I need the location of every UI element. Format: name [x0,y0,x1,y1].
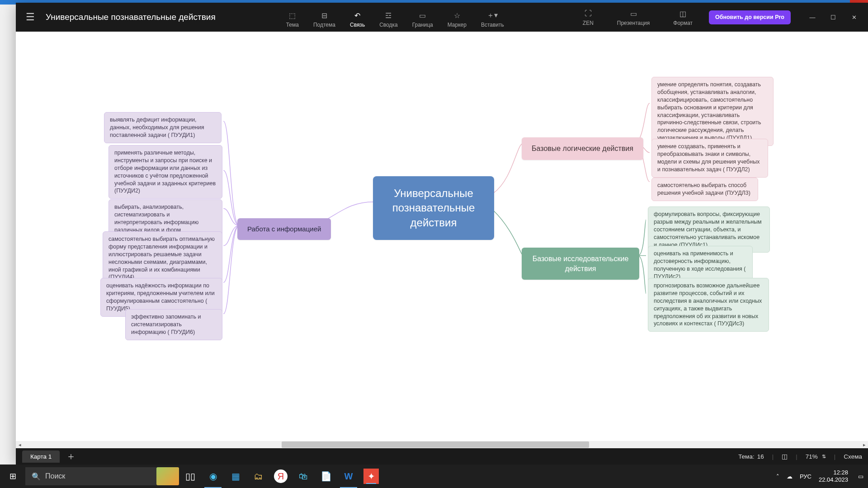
statusbar: Карта 1 ＋ Тема: 16 | ◫ | 71% ⇅ | Схема [16,448,868,465]
edge-icon[interactable]: ◉ [202,465,224,488]
tool-format[interactable]: ◫Формат [666,5,700,30]
leaf-puudl3[interactable]: самостоятельно выбирать способ решения у… [651,178,758,201]
horizontal-scrollbar[interactable]: ◂ ▸ [16,441,868,448]
zoom-level[interactable]: 71% ⇅ [806,453,826,460]
leaf-puudi4[interactable]: самостоятельно выбирать оптимальную форм… [103,231,222,285]
notepad-icon[interactable]: 📄 [315,465,337,488]
topic-icon: ⬚ [289,11,296,20]
tool-podtema[interactable]: ⊟Подтема [306,6,343,32]
store-icon[interactable]: 🛍 [292,465,315,488]
tool-marker[interactable]: ☆Маркер [440,6,474,32]
tool-vstavit[interactable]: ＋▾Вставить [474,6,511,32]
mindmap-canvas[interactable]: Универсальные познавательные действия Ра… [16,32,868,441]
explorer-icon[interactable]: 🗂 [247,465,269,488]
zen-icon: ⛶ [585,9,592,18]
windows-taskbar: ⊞ 🔍 Поиск ▯▯ ◉ ▦ 🗂 Я 🛍 📄 W ✦ ˄ ☁ РУС 12:… [0,465,868,488]
scroll-right-icon[interactable]: ▸ [860,442,868,448]
yandex-icon[interactable]: Я [274,469,288,483]
tray-chevron-icon[interactable]: ˄ [776,473,779,480]
tray-cloud-icon[interactable]: ☁ [787,473,793,480]
window-close-icon[interactable]: ✕ [845,11,863,23]
mindmap-root-node[interactable]: Универсальные познавательные действия [373,176,494,240]
toolbar-main: ⬚Тема ⊟Подтема ↶Связь ☲Сводка ▭Граница ☆… [279,3,511,32]
photos-icon[interactable]: ▦ [224,465,247,488]
leaf-puudl2[interactable]: умение создавать, применять и преобразов… [651,139,768,178]
titlebar: ☰ Универсальные познавательные действия … [16,3,868,32]
leaf-puudl1[interactable]: умение определять понятия, создавать обо… [651,77,774,146]
search-icon: 🔍 [32,472,41,481]
outline-toggle-icon[interactable]: ◫ [782,453,788,460]
branch-research-actions[interactable]: Базовые исследовательские действия [522,248,639,280]
system-tray: ˄ ☁ РУС 12:28 22.04.2023 ▭ [772,469,868,483]
format-icon: ◫ [679,9,686,18]
insert-icon: ＋▾ [487,11,498,20]
window-minimize-icon[interactable]: — [803,11,821,23]
start-button[interactable]: ⊞ [0,465,25,488]
relationship-icon: ↶ [354,11,360,20]
tool-svodka[interactable]: ☲Сводка [372,6,405,32]
boundary-icon: ▭ [419,11,426,20]
word-icon[interactable]: W [337,465,360,488]
tool-granitsa[interactable]: ▭Граница [405,6,440,32]
branch-work-with-info[interactable]: Работа с информацией [237,218,331,240]
topic-count: Тема: 16 [738,453,764,460]
tool-zen[interactable]: ⛶ZEN [576,5,601,30]
map-tab[interactable]: Карта 1 [22,450,60,463]
scrollbar-thumb[interactable] [282,441,589,448]
leaf-puudi2[interactable]: применять различные методы, инструменты … [108,145,222,199]
tool-presentation[interactable]: ▭Презентация [610,5,657,30]
marker-icon: ☆ [454,11,460,20]
subtopic-icon: ⊟ [321,11,327,20]
summary-icon: ☲ [385,11,392,20]
branch-logic-actions[interactable]: Базовые логические действия [522,137,643,160]
toolbar-right: ⛶ZEN ▭Презентация ◫Формат Обновить до ве… [576,5,863,30]
tray-notifications-icon[interactable]: ▭ [858,473,863,480]
view-mode[interactable]: Схема [844,453,862,460]
tray-lang[interactable]: РУС [800,473,811,480]
xmind-window: ☰ Универсальные познавательные действия … [16,3,868,465]
upgrade-pro-button[interactable]: Обновить до версии Pro [709,10,791,24]
tool-svyaz[interactable]: ↶Связь [343,6,372,32]
presentation-icon: ▭ [630,9,637,18]
taskview-icon[interactable]: ▯▯ [179,465,202,488]
tray-clock[interactable]: 12:28 22.04.2023 [819,469,851,483]
xmind-icon[interactable]: ✦ [363,469,379,484]
leaf-puudis3[interactable]: прогнозировать возможное дальнейшее разв… [648,278,769,332]
taskbar-search[interactable]: 🔍 Поиск [25,467,156,485]
leaf-puudi6[interactable]: эффективно запоминать и систематизироват… [125,309,222,340]
leaf-puudi1[interactable]: выявлять дефицит информации, данных, нео… [104,112,222,143]
taskbar-fox-image[interactable] [156,465,179,488]
tool-tema[interactable]: ⬚Тема [279,6,306,32]
zoom-stepper-icon[interactable]: ⇅ [821,454,826,460]
document-title: Универсальные познавательные действия [46,12,216,22]
scroll-left-icon[interactable]: ◂ [16,442,24,448]
add-map-tab-icon[interactable]: ＋ [62,450,80,463]
window-maximize-icon[interactable]: ☐ [824,11,842,23]
menu-hamburger-icon[interactable]: ☰ [21,9,39,26]
